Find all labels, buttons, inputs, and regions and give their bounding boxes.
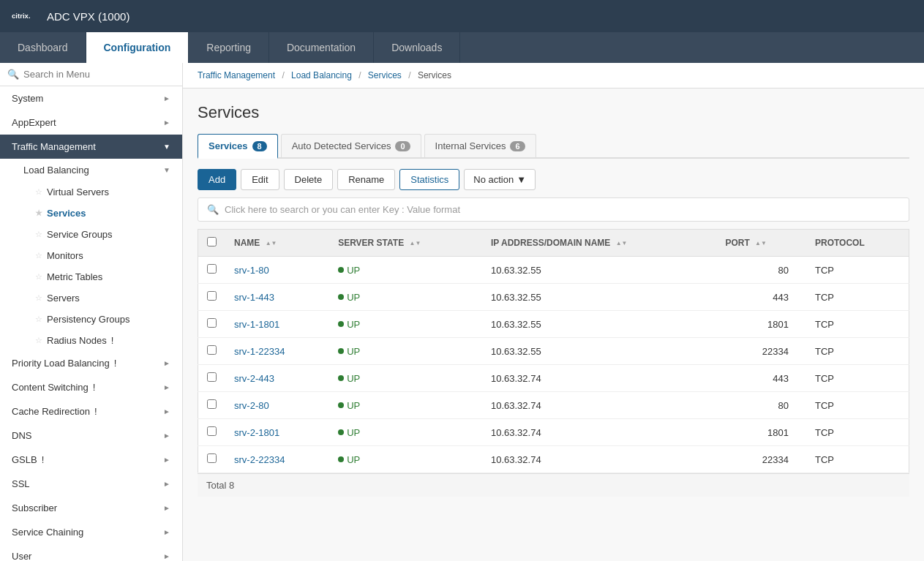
sidebar-item-load-balancing[interactable]: Load Balancing ▼ [12,159,182,181]
tab-downloads[interactable]: Downloads [374,32,460,63]
sidebar-label-monitors: Monitors [47,250,83,261]
status-badge: UP [338,346,473,357]
row-checkbox[interactable] [207,264,217,274]
row-checkbox[interactable] [207,291,217,301]
breadcrumb-current: Services [418,70,451,80]
row-checkbox-cell[interactable] [198,446,226,473]
sidebar-item-ssl[interactable]: SSL ► [0,472,182,496]
breadcrumb-load-balancing[interactable]: Load Balancing [291,70,352,80]
table-search-bar[interactable]: 🔍 Click here to search or you can enter … [198,197,909,222]
sidebar-item-radius-nodes[interactable]: ☆ Radius Nodes ! [23,330,182,351]
table-row: srv-1-443 UP 10.63.32.55 443 TCP [198,284,909,311]
col-port[interactable]: PORT ▲▼ [716,230,806,257]
row-checkbox-cell[interactable] [198,419,226,446]
status-badge: UP [338,373,473,384]
tab-services[interactable]: Services 8 [198,134,278,159]
breadcrumb-sep: / [408,70,410,80]
star-icon: ☆ [35,293,42,303]
sidebar-item-service-groups[interactable]: ☆ Service Groups [23,224,182,245]
table-row: srv-2-22334 UP 10.63.32.74 22334 TCP [198,446,909,473]
status-badge: UP [338,265,473,276]
chevron-down-icon: ▼ [163,143,170,151]
col-ip[interactable]: IP ADDRESS/DOMAIN NAME ▲▼ [482,230,716,257]
row-checkbox-cell[interactable] [198,392,226,419]
sidebar: 🔍 System ► AppExpert ► Traffic Managemen… [0,63,183,561]
sidebar-item-traffic-management[interactable]: Traffic Management ▼ [0,135,182,159]
sidebar-item-services[interactable]: ★ Services [23,203,182,224]
row-checkbox-cell[interactable] [198,257,226,284]
row-port: 80 [716,392,806,419]
row-protocol: TCP [806,365,909,392]
svg-text:citrix.: citrix. [12,12,31,20]
sidebar-item-virtual-servers[interactable]: ☆ Virtual Servers [23,181,182,203]
page-content: Services Services 8 Auto Detected Servic… [183,89,924,511]
row-port: 22334 [716,446,806,473]
star-icon: ☆ [35,336,42,345]
tab-dashboard[interactable]: Dashboard [0,32,86,63]
breadcrumb-traffic-management[interactable]: Traffic Management [198,70,275,80]
row-checkbox[interactable] [207,426,217,436]
sidebar-item-servers[interactable]: ☆ Servers [23,287,182,309]
row-port: 1801 [716,419,806,446]
no-action-button[interactable]: No action ▼ [464,169,536,190]
star-icon: ☆ [35,315,42,324]
sidebar-item-priority-lb[interactable]: Priority Load Balancing ! ► [0,351,182,375]
row-name: srv-1-22334 [225,338,329,365]
chevron-right-icon: ► [163,456,170,464]
row-checkbox[interactable] [207,399,217,409]
table-row: srv-2-443 UP 10.63.32.74 443 TCP [198,365,909,392]
tab-reporting[interactable]: Reporting [189,32,269,63]
breadcrumb-services-link[interactable]: Services [368,70,402,80]
sidebar-label-dns: DNS [12,430,31,441]
add-button[interactable]: Add [198,169,236,190]
sidebar-item-priority-lb-left: Priority Load Balancing ! [12,358,116,369]
sidebar-item-dns[interactable]: DNS ► [0,423,182,448]
action-bar: Add Edit Delete Rename Statistics No act… [198,169,909,190]
status-dot-icon [338,402,344,408]
sidebar-label-metric-tables: Metric Tables [47,271,102,282]
total-label: Total [206,480,226,491]
sidebar-item-metric-tables[interactable]: ☆ Metric Tables [23,266,182,287]
tab-internal[interactable]: Internal Services 6 [424,134,536,157]
row-checkbox-cell[interactable] [198,338,226,365]
star-icon: ☆ [35,251,42,260]
sidebar-item-system[interactable]: System ► [0,86,182,110]
rename-button[interactable]: Rename [337,169,395,190]
edit-button[interactable]: Edit [241,169,279,190]
select-all-header[interactable] [198,230,226,257]
row-checkbox[interactable] [207,318,217,328]
sidebar-item-user[interactable]: User ► [0,544,182,561]
select-all-checkbox[interactable] [207,237,217,246]
tab-documentation[interactable]: Documentation [269,32,374,63]
sidebar-item-subscriber[interactable]: Subscriber ► [0,496,182,520]
sidebar-item-monitors[interactable]: ☆ Monitors [23,245,182,266]
delete-button[interactable]: Delete [284,169,334,190]
row-checkbox[interactable] [207,345,217,355]
sidebar-search-input[interactable] [23,69,175,80]
sidebar-item-gslb[interactable]: GSLB ! ► [0,448,182,472]
row-checkbox[interactable] [207,453,217,463]
sidebar-item-appexpert[interactable]: AppExpert ► [0,110,182,135]
statistics-button[interactable]: Statistics [399,169,459,190]
row-protocol: TCP [806,257,909,284]
sidebar-item-content-switching[interactable]: Content Switching ! ► [0,375,182,399]
row-checkbox-cell[interactable] [198,365,226,392]
sidebar-label-virtual-servers: Virtual Servers [47,187,109,197]
table-row: srv-1-22334 UP 10.63.32.55 22334 TCP [198,338,909,365]
col-name[interactable]: NAME ▲▼ [225,230,329,257]
sidebar-item-gslb-left: GSLB ! [12,454,44,465]
tab-configuration[interactable]: Configuration [86,32,189,63]
sidebar-item-service-chaining[interactable]: Service Chaining ► [0,520,182,544]
row-checkbox-cell[interactable] [198,284,226,311]
sidebar-search-box[interactable]: 🔍 [0,63,182,86]
sidebar-item-cache-redirection[interactable]: Cache Redirection ! ► [0,399,182,423]
col-server-state[interactable]: SERVER STATE ▲▼ [329,230,482,257]
row-protocol: TCP [806,311,909,338]
app-title: ADC VPX (1000) [47,10,129,23]
row-checkbox-cell[interactable] [198,311,226,338]
row-checkbox[interactable] [207,372,217,382]
tab-auto-detected[interactable]: Auto Detected Services 0 [281,134,421,157]
sidebar-item-persistency-groups[interactable]: ☆ Persistency Groups [23,309,182,330]
row-protocol: TCP [806,338,909,365]
status-badge: UP [338,292,473,303]
